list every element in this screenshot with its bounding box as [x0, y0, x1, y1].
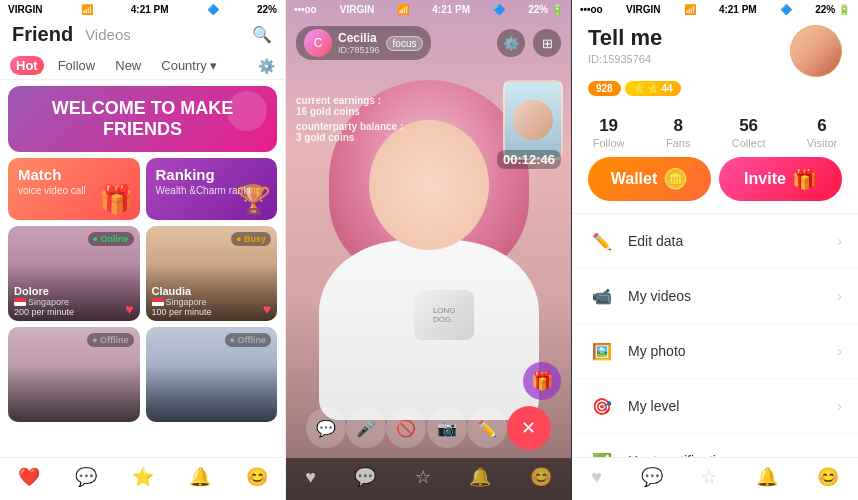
p2-nav-profile[interactable]: 😊: [530, 466, 552, 488]
time-1: 4:21 PM: [131, 4, 169, 15]
menu-my-videos[interactable]: 📹 My videos ›: [572, 269, 858, 324]
nav-heart[interactable]: ❤️: [18, 466, 40, 488]
call-controls: 💬 🎤 🚫 📷 ✏️ ✕: [286, 406, 571, 450]
user-location-1: Singapore: [14, 297, 134, 307]
stat-visitor: 6 Visitor: [807, 116, 837, 149]
nav-profile[interactable]: 😊: [246, 466, 268, 488]
user-grid: ● Online Dolore Singapore 200 per minute…: [8, 226, 277, 422]
tab-new[interactable]: New: [109, 56, 147, 75]
p2-nav-chat[interactable]: 💬: [354, 466, 376, 488]
small-video-preview[interactable]: [503, 80, 563, 160]
menu-host-certification[interactable]: ✅ Host certification ›: [572, 434, 858, 457]
user-info-1: Dolore Singapore 200 per minute: [14, 285, 134, 317]
panel1-videos-tab[interactable]: Videos: [85, 26, 131, 43]
wifi-icon-2: 📶: [397, 4, 409, 15]
focus-button[interactable]: focus: [386, 36, 424, 51]
collect-label: Collect: [732, 137, 766, 149]
videos-icon: 📹: [588, 282, 616, 310]
panel3-bottom-nav: ♥ 💬 ☆ 🔔 😊: [572, 457, 858, 500]
user-card-4[interactable]: ● Offline: [146, 327, 278, 422]
menu-my-level[interactable]: 🎯 My level ›: [572, 379, 858, 434]
p2-nav-bell[interactable]: 🔔: [469, 466, 491, 488]
p3-nav-bell[interactable]: 🔔: [756, 466, 778, 488]
user-location-2: Singapore: [152, 297, 272, 307]
stat-follow: 19 Follow: [593, 116, 625, 149]
tab-country[interactable]: Country ▾: [155, 56, 223, 75]
status-offline-badge-2: ● Offline: [225, 333, 271, 347]
p3-nav-profile[interactable]: 😊: [817, 466, 839, 488]
panel1-bottom-nav: ❤️ 💬 ⭐ 🔔 😊: [0, 457, 285, 500]
filter-icon[interactable]: ⚙️: [258, 58, 275, 74]
match-card[interactable]: Match voice video call 🎁: [8, 158, 140, 220]
carrier-2: VIRGIN: [340, 4, 374, 15]
nav-chat[interactable]: 💬: [75, 466, 97, 488]
wifi-icon-3: 📶: [684, 4, 696, 15]
menu-edit-data[interactable]: ✏️ Edit data ›: [572, 214, 858, 269]
profile-title-section: Tell me ID:15935764: [588, 25, 662, 65]
bluetooth-icon-2: 🔷: [493, 4, 505, 15]
panel3-header: Tell me ID:15935764 928 ⭐ ⭐ 44: [572, 19, 858, 106]
panel3-top: Tell me ID:15935764: [588, 25, 842, 77]
p2-nav-star[interactable]: ☆: [415, 466, 431, 488]
profile-userid: ID:15935764: [588, 53, 662, 65]
cecilia-details: Cecilia ID:785196: [338, 31, 380, 55]
search-button[interactable]: 🔍: [251, 24, 273, 46]
time-3: 4:21 PM: [719, 4, 757, 15]
panel1-header: Friend Videos 🔍: [0, 19, 285, 52]
wifi-icon: 📶: [81, 4, 93, 15]
nav-star[interactable]: ⭐: [132, 466, 154, 488]
panel-live-call: •••oo VIRGIN 📶 4:21 PM 🔷 22% 🔋 LONGDOG C…: [286, 0, 572, 500]
badge-level: 928: [588, 81, 621, 96]
stat-fans: 8 Fans: [666, 116, 690, 149]
tab-hot[interactable]: Hot: [10, 56, 44, 75]
flag-sg-2: [152, 298, 164, 306]
wallet-button[interactable]: Wallet 🪙: [588, 157, 711, 201]
visitor-count: 6: [807, 116, 837, 136]
invite-icon: 🎁: [792, 167, 817, 191]
disable-ctrl-btn[interactable]: 🚫: [386, 408, 426, 448]
p3-nav-heart[interactable]: ♥: [591, 467, 602, 488]
tab-follow[interactable]: Follow: [52, 56, 102, 75]
mute-ctrl-btn[interactable]: 🎤: [346, 408, 386, 448]
p2-nav-heart[interactable]: ♥: [305, 467, 316, 488]
match-icon: 🎁: [99, 183, 134, 216]
heart-icon-1[interactable]: ♥: [125, 301, 133, 317]
edit-ctrl-btn[interactable]: ✏️: [467, 408, 507, 448]
user-card-2[interactable]: ● Busy Claudia Singapore 100 per minute …: [146, 226, 278, 321]
camera-ctrl-btn[interactable]: 📷: [427, 408, 467, 448]
fans-count: 8: [666, 116, 690, 136]
call-timer: 00:12:46: [497, 150, 561, 169]
wallet-label: Wallet: [611, 170, 658, 188]
settings-icon-btn[interactable]: ⚙️: [497, 29, 525, 57]
chat-ctrl-btn[interactable]: 💬: [306, 408, 346, 448]
ranking-card[interactable]: Ranking Wealth &Charm ranking 🏆: [146, 158, 278, 220]
current-earnings: current earnings : 16 gold coins: [296, 95, 403, 117]
my-level-label: My level: [628, 398, 837, 414]
nav-bell[interactable]: 🔔: [189, 466, 211, 488]
invite-button[interactable]: Invite 🎁: [719, 157, 842, 201]
panel1-title: Friend: [12, 23, 73, 46]
expand-icon-btn[interactable]: ⊞: [533, 29, 561, 57]
panel2-top-info: C Cecilia ID:785196 focus ⚙️ ⊞: [286, 22, 571, 64]
edit-icon: ✏️: [588, 227, 616, 255]
bluetooth-icon-1: 🔷: [207, 4, 219, 15]
welcome-text: WELCOME TO MAKE FRIENDS: [24, 98, 261, 140]
level-icon: 🎯: [588, 392, 616, 420]
earnings-info: current earnings : 16 gold coins counter…: [296, 95, 403, 147]
user-card-3[interactable]: ● Offline: [8, 327, 140, 422]
edit-data-label: Edit data: [628, 233, 837, 249]
panel1-content: WELCOME TO MAKE FRIENDS Match voice vide…: [0, 80, 285, 457]
badge-star: ⭐ ⭐ 44: [625, 81, 681, 96]
p3-nav-star[interactable]: ☆: [701, 466, 717, 488]
end-call-button[interactable]: ✕: [507, 406, 551, 450]
p3-nav-chat[interactable]: 💬: [641, 466, 663, 488]
status-busy-badge: ● Busy: [231, 232, 271, 246]
battery-2: 22% 🔋: [528, 4, 563, 15]
heart-icon-2[interactable]: ♥: [263, 301, 271, 317]
menu-my-photo[interactable]: 🖼️ My photo ›: [572, 324, 858, 379]
user-card-1[interactable]: ● Online Dolore Singapore 200 per minute…: [8, 226, 140, 321]
gift-button[interactable]: 🎁: [523, 362, 561, 400]
counterparty-balance: counterparty balance : 3 gold coins: [296, 121, 403, 143]
user-price-1: 200 per minute: [14, 307, 134, 317]
time-2: 4:21 PM: [432, 4, 470, 15]
